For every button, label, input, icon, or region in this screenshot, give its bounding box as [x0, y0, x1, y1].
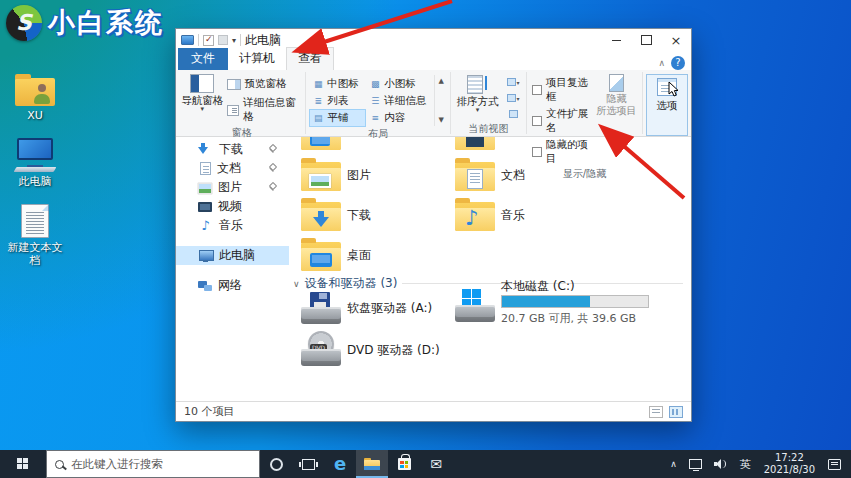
file-extensions-option[interactable]: 文件扩展名	[530, 107, 594, 135]
user-folder-icon	[15, 74, 55, 106]
brand-logo-icon	[6, 5, 42, 41]
minimize-button[interactable]	[601, 29, 631, 51]
taskbar-clock[interactable]: 17:22 2021/8/30	[759, 452, 820, 476]
folder-tile-music[interactable]: ♪ 音乐	[455, 199, 605, 232]
layout-details[interactable]: ☰详细信息	[366, 92, 432, 110]
checkbox-icon[interactable]	[532, 116, 542, 126]
desktop-icon-list: XU 此电脑 新建文本文档	[4, 74, 66, 283]
properties-icon[interactable]	[203, 35, 214, 46]
thumbnail-view-toggle-icon[interactable]	[669, 406, 683, 418]
drive-tile-local-disk-c[interactable]: 本地磁盘 (C:) 20.7 GB 可用, 共 39.6 GB	[455, 279, 649, 326]
hidden-icons-chevron[interactable]: ∧	[666, 450, 681, 478]
tab-file[interactable]: 文件	[178, 48, 228, 70]
tab-view[interactable]: 查看	[286, 47, 334, 70]
desktop-icon-this-pc[interactable]: 此电脑	[4, 138, 66, 188]
folder-partial-icon[interactable]	[455, 137, 499, 152]
folder-tile-pictures[interactable]: 图片	[301, 159, 451, 192]
maximize-button[interactable]	[631, 29, 661, 51]
nav-item-this-pc[interactable]: 此电脑	[176, 246, 289, 265]
this-pc-window-icon	[181, 35, 194, 45]
tab-computer[interactable]: 计算机	[228, 48, 286, 70]
help-icon[interactable]: ?	[671, 56, 685, 70]
group-by-button[interactable]: ▾	[503, 75, 523, 89]
layout-list[interactable]: ≣列表	[309, 92, 366, 110]
brand-logo: 小白系统	[6, 5, 164, 41]
start-button[interactable]	[0, 450, 46, 478]
cortana-button[interactable]	[260, 450, 292, 478]
volume-tray-button[interactable]	[710, 450, 732, 478]
drive-tile-dvd[interactable]: DVD DVD 驱动器 (D:)	[301, 333, 440, 367]
nav-item-downloads[interactable]: 下载	[176, 140, 289, 159]
edge-button[interactable]: e	[324, 450, 356, 478]
details-pane-label: 详细信息窗格	[243, 96, 299, 124]
taskbar-search[interactable]	[46, 450, 260, 478]
size-columns-button[interactable]	[503, 107, 523, 121]
new-folder-icon[interactable]	[218, 35, 228, 45]
layout-medium-icons[interactable]: ▦中图标	[309, 75, 366, 93]
mail-icon: ✉	[430, 456, 442, 472]
search-input[interactable]	[71, 457, 241, 471]
layout-scrollbar[interactable]: ▲ ▼	[434, 75, 447, 126]
checkbox-label: 文件扩展名	[546, 107, 592, 135]
layout-content[interactable]: ≡内容	[366, 109, 432, 127]
nav-item-network[interactable]: 网络	[176, 276, 289, 295]
downloads-folder-icon	[301, 199, 341, 232]
chevron-down-icon[interactable]: ∨	[293, 279, 300, 289]
capacity-bar	[501, 295, 649, 308]
ribbon-group-show-hide: 项目复选框 文件扩展名 隐藏的项目 隐藏 所选项目 显示/隐藏	[527, 70, 642, 136]
checkbox-label: 项目复选框	[546, 76, 592, 104]
music-folder-icon: ♪	[455, 199, 495, 232]
ribbon-collapse-icon[interactable]: ∧	[658, 58, 665, 68]
folder-label: 桌面	[347, 247, 371, 264]
details-view-toggle-icon[interactable]	[649, 406, 663, 418]
layout-tiles[interactable]: ▤平铺	[309, 109, 366, 127]
sort-by-button[interactable]: 排序方式 ▾	[454, 72, 501, 121]
ribbon-group-options: 选项	[643, 70, 691, 136]
nav-item-documents[interactable]: 文档	[176, 159, 289, 178]
navigation-pane-button[interactable]: 导航窗格 ▾	[181, 72, 224, 125]
store-button[interactable]	[388, 450, 420, 478]
file-explorer-button[interactable]	[356, 450, 388, 478]
action-center-icon	[828, 459, 841, 470]
layout-small-icons[interactable]: ▩小图标	[366, 75, 432, 93]
preview-pane-button[interactable]: 预览窗格	[224, 76, 303, 92]
network-icon	[198, 280, 212, 291]
item-checkboxes-option[interactable]: 项目复选框	[530, 76, 594, 104]
action-center-button[interactable]	[824, 450, 845, 478]
small-icons-icon: ▩	[369, 79, 381, 89]
details-pane-button[interactable]: 详细信息窗格	[224, 95, 303, 125]
quick-access-toolbar: ▾	[181, 34, 241, 46]
checkbox-icon[interactable]	[532, 85, 542, 95]
task-view-button[interactable]	[292, 450, 324, 478]
folder-tile-desktop[interactable]: 桌面	[301, 239, 451, 272]
nav-label: 网络	[218, 277, 242, 294]
ime-indicator[interactable]: 英	[736, 450, 755, 478]
pictures-folder-icon	[301, 159, 341, 192]
folder-tile-documents[interactable]: 文档	[455, 159, 605, 192]
desktop-icon-user-folder[interactable]: XU	[4, 74, 66, 122]
list-icon: ≣	[312, 96, 324, 106]
music-icon: ♪	[198, 219, 213, 232]
scroll-up-icon[interactable]: ▲	[439, 77, 444, 85]
nav-item-pictures[interactable]: 图片	[176, 178, 289, 197]
nav-item-music[interactable]: ♪音乐	[176, 216, 289, 235]
nav-label: 音乐	[219, 217, 243, 234]
nav-label: 下载	[219, 141, 243, 158]
desktop-icon-text-document[interactable]: 新建文本文档	[4, 204, 66, 267]
customize-toolbar-caret-icon[interactable]: ▾	[232, 36, 236, 45]
folder-partial-icon[interactable]	[301, 137, 345, 152]
add-columns-button[interactable]: ▾	[503, 91, 523, 105]
mail-button[interactable]: ✉	[420, 450, 452, 478]
folder-tile-downloads[interactable]: 下载	[301, 199, 451, 232]
nav-item-videos[interactable]: 视频	[176, 197, 289, 216]
scroll-down-icon[interactable]: ▼	[439, 116, 444, 124]
ribbon-group-current-view: 排序方式 ▾ ▾ ▾ 当前视图	[451, 70, 526, 136]
nav-label: 文档	[217, 160, 241, 177]
group-by-icon	[507, 78, 516, 86]
size-all-columns-icon	[509, 110, 518, 118]
drive-tile-floppy[interactable]: 软盘驱动器 (A:)	[301, 291, 432, 325]
network-tray-button[interactable]	[685, 450, 706, 478]
close-button[interactable]: ×	[661, 29, 691, 51]
drive-label: 本地磁盘 (C:)	[501, 279, 649, 293]
options-button[interactable]: 选项	[646, 74, 688, 136]
